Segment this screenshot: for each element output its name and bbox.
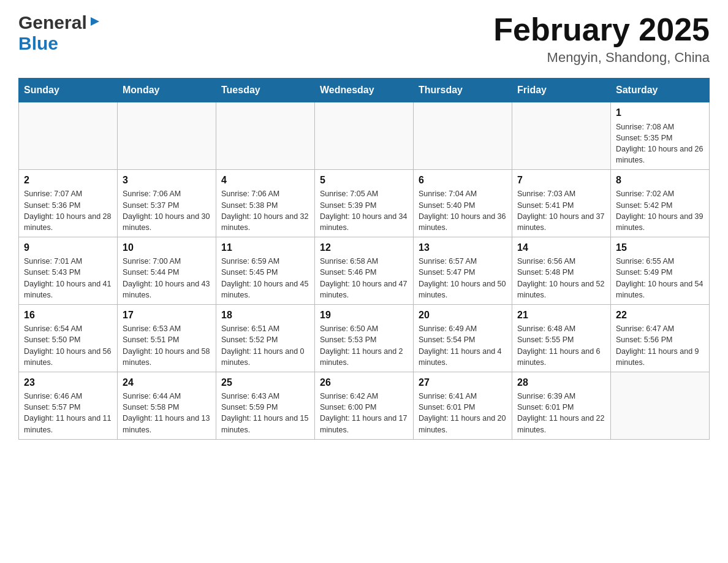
day-number: 8 [616,174,704,187]
day-info: Sunrise: 6:44 AM Sunset: 5:58 PM Dayligh… [123,391,211,435]
day-number: 14 [517,241,605,255]
calendar-cell: 7Sunrise: 7:03 AM Sunset: 5:41 PM Daylig… [512,170,611,237]
day-number: 13 [419,241,507,255]
day-info: Sunrise: 6:43 AM Sunset: 5:59 PM Dayligh… [221,391,309,435]
calendar-cell: 10Sunrise: 7:00 AM Sunset: 5:44 PM Dayli… [118,237,216,304]
calendar-week-row: 9Sunrise: 7:01 AM Sunset: 5:43 PM Daylig… [19,237,710,304]
location-text: Mengyin, Shandong, China [493,50,710,66]
logo-general-text: General [18,12,87,33]
calendar-cell: 13Sunrise: 6:57 AM Sunset: 5:47 PM Dayli… [414,237,512,304]
day-number: 5 [320,174,408,187]
day-number: 26 [320,376,408,389]
day-number: 10 [123,241,211,255]
day-info: Sunrise: 7:01 AM Sunset: 5:43 PM Dayligh… [24,256,112,301]
day-number: 11 [221,241,309,255]
day-info: Sunrise: 6:51 AM Sunset: 5:52 PM Dayligh… [221,323,309,368]
day-number: 17 [123,308,211,322]
calendar-cell: 20Sunrise: 6:49 AM Sunset: 5:54 PM Dayli… [414,304,512,372]
calendar-table: SundayMondayTuesdayWednesdayThursdayFrid… [18,78,710,439]
day-number: 23 [24,376,112,389]
day-header-monday: Monday [118,79,216,102]
day-info: Sunrise: 7:02 AM Sunset: 5:42 PM Dayligh… [616,188,704,233]
calendar-cell [611,372,710,439]
day-info: Sunrise: 6:49 AM Sunset: 5:54 PM Dayligh… [419,323,507,368]
day-info: Sunrise: 6:58 AM Sunset: 5:46 PM Dayligh… [320,256,408,301]
day-info: Sunrise: 6:59 AM Sunset: 5:45 PM Dayligh… [221,256,309,301]
day-number: 22 [616,308,704,322]
calendar-cell: 15Sunrise: 6:55 AM Sunset: 5:49 PM Dayli… [611,237,710,304]
day-header-friday: Friday [512,79,611,102]
day-headers-row: SundayMondayTuesdayWednesdayThursdayFrid… [19,79,710,102]
day-number: 24 [123,376,211,389]
calendar-cell: 9Sunrise: 7:01 AM Sunset: 5:43 PM Daylig… [19,237,118,304]
day-info: Sunrise: 7:07 AM Sunset: 5:36 PM Dayligh… [24,188,112,233]
day-number: 2 [24,174,112,187]
calendar-cell: 22Sunrise: 6:47 AM Sunset: 5:56 PM Dayli… [611,304,710,372]
calendar-cell [216,102,315,170]
calendar-cell [512,102,611,170]
day-number: 16 [24,308,112,322]
calendar-cell: 27Sunrise: 6:41 AM Sunset: 6:01 PM Dayli… [414,372,512,439]
calendar-cell: 14Sunrise: 6:56 AM Sunset: 5:48 PM Dayli… [512,237,611,304]
day-info: Sunrise: 6:42 AM Sunset: 6:00 PM Dayligh… [320,391,408,435]
calendar-week-row: 16Sunrise: 6:54 AM Sunset: 5:50 PM Dayli… [19,304,710,372]
day-number: 21 [517,308,605,322]
day-number: 27 [419,376,507,389]
calendar-cell: 16Sunrise: 6:54 AM Sunset: 5:50 PM Dayli… [19,304,118,372]
day-number: 15 [616,241,704,255]
calendar-cell: 3Sunrise: 7:06 AM Sunset: 5:37 PM Daylig… [118,170,216,237]
day-info: Sunrise: 7:06 AM Sunset: 5:38 PM Dayligh… [221,188,309,233]
page-header: General Blue February 2025 Mengyin, Shan… [18,12,710,66]
day-info: Sunrise: 6:55 AM Sunset: 5:49 PM Dayligh… [616,256,704,301]
day-number: 7 [517,174,605,187]
calendar-cell: 19Sunrise: 6:50 AM Sunset: 5:53 PM Dayli… [315,304,414,372]
svg-marker-0 [91,17,99,26]
day-number: 19 [320,308,408,322]
day-info: Sunrise: 7:06 AM Sunset: 5:37 PM Dayligh… [123,188,211,233]
day-info: Sunrise: 6:39 AM Sunset: 6:01 PM Dayligh… [517,391,605,435]
day-info: Sunrise: 7:03 AM Sunset: 5:41 PM Dayligh… [517,188,605,233]
logo: General Blue [18,12,102,54]
day-info: Sunrise: 6:46 AM Sunset: 5:57 PM Dayligh… [24,391,112,435]
day-number: 28 [517,376,605,389]
day-info: Sunrise: 7:04 AM Sunset: 5:40 PM Dayligh… [419,188,507,233]
calendar-cell: 4Sunrise: 7:06 AM Sunset: 5:38 PM Daylig… [216,170,315,237]
day-number: 6 [419,174,507,187]
day-info: Sunrise: 6:48 AM Sunset: 5:55 PM Dayligh… [517,323,605,368]
calendar-cell: 17Sunrise: 6:53 AM Sunset: 5:51 PM Dayli… [118,304,216,372]
calendar-cell: 25Sunrise: 6:43 AM Sunset: 5:59 PM Dayli… [216,372,315,439]
logo-triangle-icon [88,15,102,31]
day-info: Sunrise: 6:54 AM Sunset: 5:50 PM Dayligh… [24,323,112,368]
day-info: Sunrise: 6:57 AM Sunset: 5:47 PM Dayligh… [419,256,507,301]
calendar-cell [118,102,216,170]
day-number: 4 [221,174,309,187]
calendar-cell: 24Sunrise: 6:44 AM Sunset: 5:58 PM Dayli… [118,372,216,439]
day-header-tuesday: Tuesday [216,79,315,102]
month-title: February 2025 [493,12,710,47]
day-header-thursday: Thursday [414,79,512,102]
calendar-cell: 11Sunrise: 6:59 AM Sunset: 5:45 PM Dayli… [216,237,315,304]
day-info: Sunrise: 6:53 AM Sunset: 5:51 PM Dayligh… [123,323,211,368]
day-info: Sunrise: 6:41 AM Sunset: 6:01 PM Dayligh… [419,391,507,435]
day-number: 1 [616,106,704,120]
calendar-week-row: 1Sunrise: 7:08 AM Sunset: 5:35 PM Daylig… [19,102,710,170]
calendar-cell: 12Sunrise: 6:58 AM Sunset: 5:46 PM Dayli… [315,237,414,304]
calendar-header: SundayMondayTuesdayWednesdayThursdayFrid… [19,79,710,102]
day-info: Sunrise: 6:50 AM Sunset: 5:53 PM Dayligh… [320,323,408,368]
day-number: 25 [221,376,309,389]
day-number: 12 [320,241,408,255]
calendar-cell: 1Sunrise: 7:08 AM Sunset: 5:35 PM Daylig… [611,102,710,170]
day-info: Sunrise: 7:08 AM Sunset: 5:35 PM Dayligh… [616,121,704,166]
calendar-cell: 21Sunrise: 6:48 AM Sunset: 5:55 PM Dayli… [512,304,611,372]
calendar-week-row: 2Sunrise: 7:07 AM Sunset: 5:36 PM Daylig… [19,170,710,237]
calendar-cell: 23Sunrise: 6:46 AM Sunset: 5:57 PM Dayli… [19,372,118,439]
calendar-cell: 5Sunrise: 7:05 AM Sunset: 5:39 PM Daylig… [315,170,414,237]
day-info: Sunrise: 7:00 AM Sunset: 5:44 PM Dayligh… [123,256,211,301]
title-section: February 2025 Mengyin, Shandong, China [493,12,710,66]
calendar-week-row: 23Sunrise: 6:46 AM Sunset: 5:57 PM Dayli… [19,372,710,439]
day-info: Sunrise: 6:56 AM Sunset: 5:48 PM Dayligh… [517,256,605,301]
day-header-sunday: Sunday [19,79,118,102]
day-number: 3 [123,174,211,187]
calendar-cell: 8Sunrise: 7:02 AM Sunset: 5:42 PM Daylig… [611,170,710,237]
day-number: 18 [221,308,309,322]
